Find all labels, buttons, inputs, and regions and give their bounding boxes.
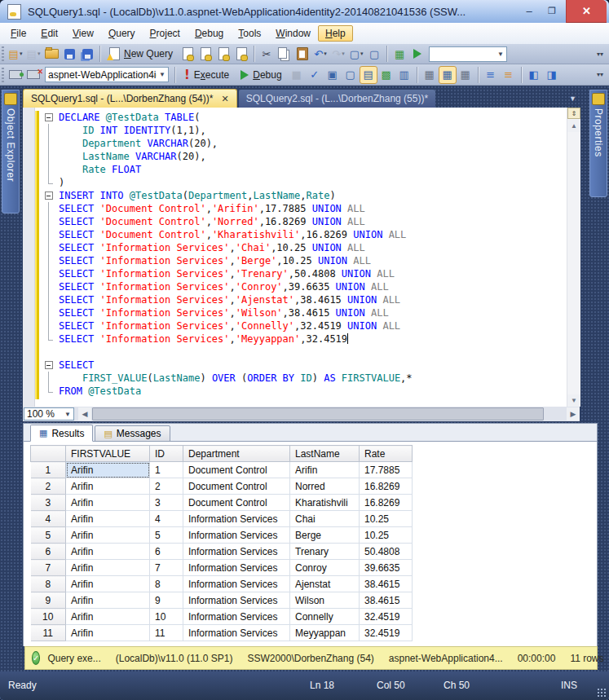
code-line-5[interactable]: Rate FLOAT <box>23 163 553 176</box>
menu-item-tools[interactable]: Tools <box>231 25 268 42</box>
grid-cell[interactable]: Arifin <box>66 544 150 560</box>
horizontal-scroll-thumb[interactable] <box>92 407 544 420</box>
grid-rownum[interactable]: 1 <box>31 462 66 478</box>
grid-header-LastName[interactable]: LastName <box>290 446 360 462</box>
properties-tab[interactable]: Properties <box>589 90 607 197</box>
scroll-down-arrow[interactable]: ▼ <box>567 394 580 407</box>
grid-cell[interactable]: 9 <box>150 592 183 609</box>
results-to-file-icon[interactable]: ▦ <box>457 66 474 84</box>
grid-cell[interactable]: Chai <box>290 511 360 527</box>
database-combo[interactable]: aspnet-WebApplication4ide▼ <box>45 67 169 82</box>
grid-cell[interactable]: Berge <box>290 527 360 544</box>
parse-icon[interactable]: ✓ <box>306 66 324 84</box>
resize-grip[interactable] <box>597 688 607 698</box>
close-tab-icon[interactable]: ✕ <box>221 94 228 104</box>
menu-item-file[interactable]: File <box>3 25 33 42</box>
code-line-14[interactable]: SELECT 'Information Services','Conroy',3… <box>23 280 553 293</box>
grid-cell[interactable]: 10.25 <box>360 527 413 544</box>
code-line-2[interactable]: ID INT IDENTITY(1,1), <box>23 124 553 137</box>
grid-cell[interactable]: 32.4519 <box>360 625 413 641</box>
grid-cell[interactable]: Conroy <box>290 560 360 576</box>
grid-cell[interactable]: Arifin <box>66 576 150 592</box>
undo-icon[interactable]: ↶▾ <box>311 45 329 63</box>
grid-cell[interactable]: 7 <box>150 560 183 576</box>
grid-header-FIRSTVALUE[interactable]: FIRSTVALUE <box>66 446 150 462</box>
grid-cell[interactable]: Information Services <box>183 576 290 592</box>
increase-indent-icon[interactable]: ◨ <box>543 66 561 84</box>
code-line-1[interactable]: DECLARE @TestData TABLE( <box>23 111 553 124</box>
grid-cell[interactable]: 11 <box>150 625 183 641</box>
code-line-13[interactable]: SELECT 'Information Services','Trenary',… <box>23 267 553 280</box>
editor-vertical-scrollbar[interactable]: ⇕ ▲ ▼ <box>567 108 580 407</box>
grid-cell[interactable]: Kharatishvili <box>290 495 360 511</box>
code-line-18[interactable]: SELECT 'Information Services','Meyyappan… <box>23 332 553 346</box>
new-item-dropdown-icon[interactable]: ▤▾ <box>7 45 24 63</box>
grid-cell[interactable]: Information Services <box>183 527 290 544</box>
code-line-17[interactable]: SELECT 'Information Services','Connelly'… <box>23 319 553 332</box>
toolbar1-overflow-icon[interactable]: ▾▾ <box>594 52 606 56</box>
grid-cell[interactable]: Arifin <box>66 527 150 544</box>
grid-cell[interactable]: 3 <box>150 495 183 511</box>
minimize-button[interactable]: – <box>519 0 540 21</box>
grid-cell[interactable]: Information Services <box>183 592 290 609</box>
grid-cell[interactable]: Trenary <box>290 544 360 560</box>
results-to-text-icon[interactable]: ▦ <box>421 66 439 84</box>
document-tab-1[interactable]: SQLQuery1.sql - (L...\DorbenZhang (54))*… <box>23 89 237 108</box>
grid-cell[interactable]: Arifin <box>66 478 150 495</box>
code-line-16[interactable]: SELECT 'Information Services','Wilson',3… <box>23 306 553 319</box>
toolbar2-overflow-icon[interactable]: ▾▾ <box>594 73 606 77</box>
grid-header-Rate[interactable]: Rate <box>360 446 413 462</box>
document-tab-2[interactable]: SQLQuery2.sql - (L...\DorbenZhang (55))* <box>239 90 435 108</box>
grid-cell[interactable]: Arifin <box>290 462 360 478</box>
grid-rownum[interactable]: 7 <box>31 560 66 576</box>
results-to-grid-icon[interactable]: ▦ <box>439 66 457 84</box>
connect-icon[interactable] <box>7 66 24 84</box>
scroll-up-arrow[interactable]: ▲ <box>567 120 580 132</box>
cut-icon[interactable]: ✂ <box>258 45 276 63</box>
start-button-icon[interactable] <box>408 45 426 63</box>
paste-icon[interactable] <box>293 45 311 63</box>
title-bar[interactable]: SQLQuery1.sql - (LocalDb)\v11.0.aspnet-W… <box>0 0 609 24</box>
copy-icon[interactable] <box>276 45 293 63</box>
code-line-22[interactable]: FROM @TestData <box>23 385 553 398</box>
grid-cell[interactable]: Document Control <box>183 478 290 495</box>
new-query-button[interactable]: New Query <box>104 46 179 62</box>
grid-cell[interactable]: 32.4519 <box>360 609 413 625</box>
grid-cell[interactable]: 4 <box>150 511 183 527</box>
grid-rownum[interactable]: 5 <box>31 527 66 544</box>
object-explorer-tab[interactable]: Object Explorer <box>2 90 20 214</box>
comment-selection-icon[interactable]: ≡ <box>482 66 500 84</box>
toolbar-combo[interactable]: ▼ <box>429 46 507 62</box>
debug-button[interactable]: Debug <box>235 68 287 82</box>
grid-cell[interactable]: Document Control <box>183 462 290 478</box>
grid-cell[interactable]: 16.8269 <box>360 478 413 495</box>
grid-cell[interactable]: Arifin <box>66 495 150 511</box>
menu-item-query[interactable]: Query <box>101 25 143 42</box>
sql-editor[interactable]: DECLARE @TestData TABLE( ID INT IDENTITY… <box>23 108 580 407</box>
fold-collapse-icon[interactable] <box>45 111 55 124</box>
menu-item-edit[interactable]: Edit <box>33 25 65 42</box>
grid-rownum[interactable]: 8 <box>31 576 66 592</box>
navigate-dropdown-icon[interactable]: ▢▾ <box>347 45 365 63</box>
execute-button[interactable]: !Execute <box>179 66 235 84</box>
analysis-xmla-query-icon[interactable] <box>232 45 250 63</box>
uncomment-selection-icon[interactable]: ≡ <box>500 66 518 84</box>
grid-header-ID[interactable]: ID <box>150 446 183 462</box>
code-line-4[interactable]: LastName VARCHAR(20), <box>23 150 553 163</box>
code-line-20[interactable]: SELECT <box>23 359 553 372</box>
grid-header-rownum[interactable] <box>31 446 66 462</box>
maximize-button[interactable]: ❐ <box>541 0 563 21</box>
code-line-10[interactable]: SELECT 'Document Control','Kharatishvili… <box>23 228 553 241</box>
grid-cell[interactable]: Information Services <box>183 625 290 641</box>
grid-cell[interactable]: 10 <box>150 609 183 625</box>
query-designer-icon[interactable]: ▢ <box>342 66 360 84</box>
include-actual-plan-icon[interactable]: ▩ <box>377 66 395 84</box>
grid-rownum[interactable]: 4 <box>31 511 66 527</box>
grid-cell[interactable]: Information Services <box>183 560 290 576</box>
code-line-7[interactable]: INSERT INTO @TestData(Department,LastNam… <box>23 189 553 202</box>
toolbar-grip[interactable] <box>2 46 4 61</box>
grid-cell[interactable]: Information Services <box>183 609 290 625</box>
save-all-icon[interactable] <box>78 45 96 63</box>
change-connection-icon[interactable] <box>24 66 42 84</box>
grid-cell[interactable]: Ajenstat <box>290 576 360 592</box>
